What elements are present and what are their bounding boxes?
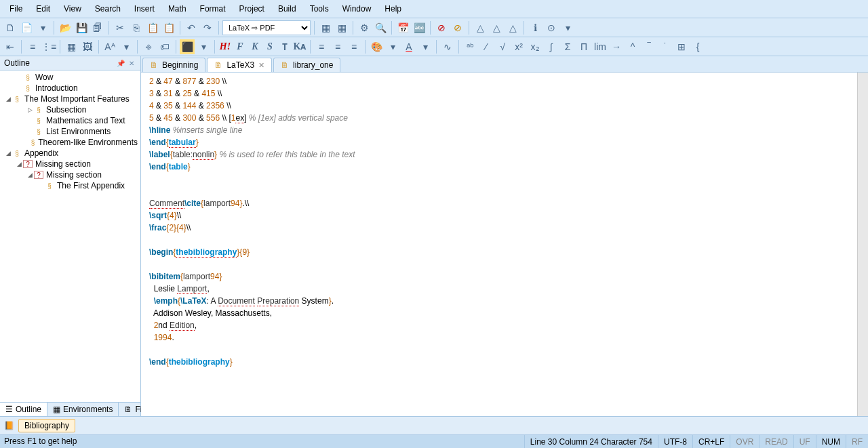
tree-twisty-icon[interactable]: ◢ bbox=[4, 96, 12, 102]
bibliography-button[interactable]: Bibliography bbox=[18, 419, 75, 432]
save-icon[interactable]: 💾 bbox=[74, 20, 89, 35]
open-icon[interactable]: 📂 bbox=[58, 20, 73, 35]
math-sub-icon[interactable]: x₂ bbox=[528, 39, 542, 54]
stop2-icon[interactable]: ⊘ bbox=[450, 20, 465, 35]
highlight-icon[interactable]: ⬛ bbox=[180, 39, 195, 54]
build-view-icon[interactable]: ▦ bbox=[334, 20, 349, 35]
slanted-icon[interactable]: S bbox=[263, 39, 277, 54]
table-icon[interactable]: ▦ bbox=[64, 39, 79, 54]
nav3-icon[interactable]: △ bbox=[505, 20, 520, 35]
view-icon[interactable]: 🔍 bbox=[373, 20, 388, 35]
new-icon[interactable]: 🗋 bbox=[3, 20, 18, 35]
textcolor-icon[interactable]: A bbox=[401, 39, 416, 54]
sidebar-tab-environments[interactable]: ▦Environments bbox=[47, 403, 119, 416]
menu-help[interactable]: Help bbox=[378, 1, 408, 16]
nav1-icon[interactable]: △ bbox=[473, 20, 488, 35]
menu-build[interactable]: Build bbox=[271, 1, 303, 16]
math-sup-icon[interactable]: x² bbox=[511, 39, 526, 54]
align-center-icon[interactable]: ≡ bbox=[330, 39, 345, 54]
check-icon[interactable]: 🔤 bbox=[412, 20, 427, 35]
tree-item[interactable]: §Wow bbox=[0, 72, 140, 83]
scrollbar-vertical[interactable] bbox=[857, 73, 868, 416]
menu-project[interactable]: Project bbox=[233, 1, 271, 16]
build-icon[interactable]: ▦ bbox=[318, 20, 333, 35]
tree-item[interactable]: ◢?Missing section bbox=[0, 159, 140, 169]
menu-math[interactable]: Math bbox=[161, 1, 193, 16]
undo-icon[interactable]: ↶ bbox=[184, 20, 199, 35]
tree-item[interactable]: §List Environments bbox=[0, 126, 140, 137]
status-encoding[interactable]: UTF-8 bbox=[658, 435, 692, 448]
tree-item[interactable]: ◢§Appendix bbox=[0, 148, 140, 159]
math-cases-icon[interactable]: { bbox=[690, 39, 705, 54]
paste-special-icon[interactable]: 📋 bbox=[161, 20, 176, 35]
tree-item[interactable]: §The First Appendix bbox=[0, 180, 140, 191]
copy-icon[interactable]: ⎘ bbox=[129, 20, 144, 35]
math-bar-icon[interactable]: ‾ bbox=[642, 39, 656, 54]
help-icon[interactable]: ℹ bbox=[528, 20, 542, 35]
editor-tab[interactable]: 🗎LaTeX3✕ bbox=[207, 58, 272, 72]
menu-file[interactable]: File bbox=[3, 1, 29, 16]
code-editor[interactable]: 2 & 47 & 877 & 230 \\3 & 31 & 25 & 415 \… bbox=[141, 73, 868, 416]
pin-icon[interactable]: 📌 bbox=[116, 58, 125, 68]
math-sum-icon[interactable]: Σ bbox=[560, 39, 575, 54]
menu-window[interactable]: Window bbox=[336, 1, 378, 16]
info-icon[interactable]: ⊙ bbox=[544, 20, 559, 35]
numbers-icon[interactable]: ⋮≡ bbox=[41, 39, 56, 54]
math-int-icon[interactable]: ∫ bbox=[544, 39, 559, 54]
smallcaps-icon[interactable]: Kᴀ bbox=[293, 39, 307, 54]
tree-item[interactable]: §Theorem-like Environments bbox=[0, 137, 140, 148]
math-prod-icon[interactable]: Π bbox=[576, 39, 591, 54]
close-tab-icon[interactable]: ✕ bbox=[258, 61, 264, 70]
compile-icon[interactable]: ⚙ bbox=[357, 20, 372, 35]
dropdown4-icon[interactable]: ▾ bbox=[196, 39, 211, 54]
menu-tools[interactable]: Tools bbox=[303, 1, 336, 16]
tree-item[interactable]: ◢?Missing section bbox=[0, 169, 140, 180]
label-icon[interactable]: 🏷 bbox=[157, 39, 172, 54]
sidebar-tab-outline[interactable]: ☰Outline bbox=[0, 403, 47, 416]
align-left-icon[interactable]: ≡ bbox=[314, 39, 329, 54]
paste-icon[interactable]: 📋 bbox=[145, 20, 160, 35]
menu-format[interactable]: Format bbox=[193, 1, 233, 16]
fillcolor-icon[interactable]: 🎨 bbox=[369, 39, 384, 54]
calendar-icon[interactable]: 📅 bbox=[395, 20, 410, 35]
math-vec-icon[interactable]: → bbox=[609, 39, 624, 54]
status-eol[interactable]: CR+LF bbox=[692, 435, 730, 448]
dropdown3-icon[interactable]: ▾ bbox=[119, 39, 134, 54]
bold-icon[interactable]: F bbox=[233, 39, 247, 54]
dropdown5-icon[interactable]: ▾ bbox=[385, 39, 400, 54]
fontsize-icon[interactable]: Aᴬ bbox=[102, 39, 117, 54]
math-sqrt-icon[interactable]: √ bbox=[495, 39, 510, 54]
dropdown2-icon[interactable]: ▾ bbox=[560, 20, 575, 35]
menu-insert[interactable]: Insert bbox=[127, 1, 161, 16]
compiler-select[interactable]: LaTeX ⇨ PDF bbox=[222, 20, 311, 35]
math-ab-icon[interactable]: ᵃᵇ bbox=[462, 39, 477, 54]
new-doc-icon[interactable]: 📄 bbox=[19, 20, 34, 35]
dropdown6-icon[interactable]: ▾ bbox=[418, 39, 433, 54]
heading-icon[interactable]: H! bbox=[218, 39, 232, 54]
tree-twisty-icon[interactable]: ▷ bbox=[26, 106, 34, 113]
align-right-icon[interactable]: ≡ bbox=[347, 39, 361, 54]
menu-search[interactable]: Search bbox=[88, 1, 127, 16]
tree-twisty-icon[interactable]: ◢ bbox=[15, 161, 23, 167]
tt-icon[interactable]: T bbox=[278, 39, 292, 54]
outdent-icon[interactable]: ⇤ bbox=[3, 39, 18, 54]
tree-item[interactable]: ▷§Subsection bbox=[0, 104, 140, 115]
math-dot-icon[interactable]: ˙ bbox=[658, 39, 673, 54]
math-frac-icon[interactable]: ⁄ bbox=[479, 39, 494, 54]
editor-tab[interactable]: 🗎Beginning bbox=[142, 58, 205, 72]
redo-icon[interactable]: ↷ bbox=[200, 20, 215, 35]
tree-twisty-icon[interactable]: ◢ bbox=[26, 171, 34, 178]
math1-icon[interactable]: ∿ bbox=[440, 39, 455, 54]
tree-item[interactable]: §Introduction bbox=[0, 83, 140, 94]
italic-icon[interactable]: K bbox=[248, 39, 262, 54]
tree-twisty-icon[interactable]: ◢ bbox=[4, 150, 12, 157]
math-lim-icon[interactable]: lim bbox=[593, 39, 608, 54]
ref-icon[interactable]: ⎆ bbox=[141, 39, 156, 54]
nav2-icon[interactable]: △ bbox=[489, 20, 504, 35]
menu-edit[interactable]: Edit bbox=[29, 1, 57, 16]
cut-icon[interactable]: ✂ bbox=[113, 20, 127, 35]
stop-icon[interactable]: ⊘ bbox=[434, 20, 449, 35]
bullets-icon[interactable]: ≡ bbox=[25, 39, 40, 54]
tree-item[interactable]: ◢§The Most Important Features bbox=[0, 94, 140, 104]
close-icon[interactable]: ✕ bbox=[127, 58, 136, 68]
